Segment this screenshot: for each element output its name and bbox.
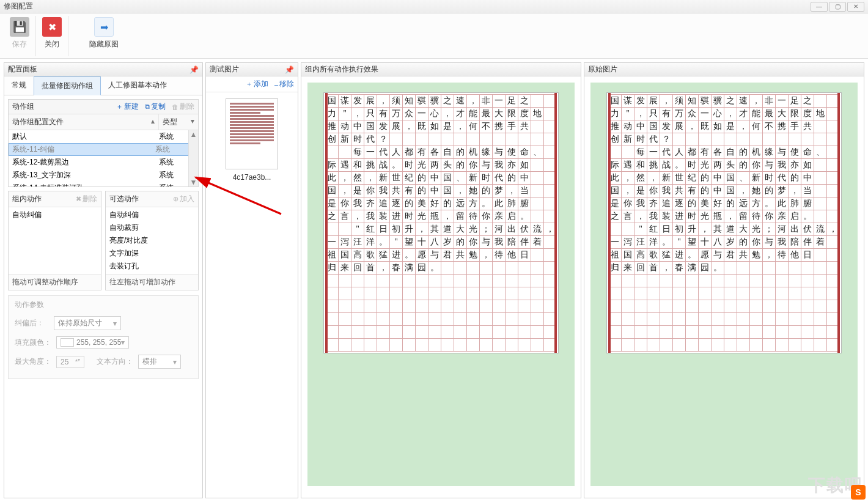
main-toolbar: 保存 关闭 隐藏原图 xyxy=(0,13,868,59)
original-panel: 原始图片 国谋发展，须知骐骥之速，非一足之力"，只有万众一心，才能最大限度地推动… xyxy=(584,62,864,498)
plus-icon: ＋ xyxy=(246,79,252,89)
list-item[interactable]: 去装订孔 xyxy=(106,260,198,273)
thumbnail-image xyxy=(226,98,278,169)
in-group-list[interactable]: 自动纠偏 xyxy=(9,207,101,274)
window-title: 修图配置 xyxy=(4,1,33,12)
config-panel: 配置面板 📌 常规 批量修图动作组 人工修图基本动作 动作组 ＋新建 ⧉复制 🗑… xyxy=(4,62,203,498)
color-swatch xyxy=(61,338,74,347)
list-item[interactable]: 自动纠偏 xyxy=(9,209,101,221)
group-row[interactable]: 系统-11-纠偏系统 xyxy=(9,143,198,156)
group-row[interactable]: 系统-13_文字加深系统 xyxy=(9,169,198,182)
plus-circle-icon: ⊕ xyxy=(173,195,178,203)
result-document[interactable]: 国谋发展，须知骐骥之速，非一足之力"，只有万众一心，才能最大限度地推动中国发展，… xyxy=(307,83,575,486)
group-grid-body: 默认系统系统-11-纠偏系统系统-12-裁剪黑边系统系统-13_文字加深系统系统… xyxy=(9,130,198,186)
sort-icon[interactable]: ▴ xyxy=(151,117,155,127)
pin-icon[interactable]: 📌 xyxy=(189,65,199,74)
max-angle-input[interactable]: 25 xyxy=(56,356,84,368)
add-test-image-button[interactable]: ＋添加 xyxy=(246,79,268,89)
group-row[interactable]: 系统-12-裁剪黑边系统 xyxy=(9,156,198,169)
tab-batch-actions[interactable]: 批量修图动作组 xyxy=(34,76,101,95)
available-list[interactable]: 自动纠偏自动裁剪亮度/对比度文字加深去装订孔 xyxy=(106,207,198,274)
close-button[interactable]: 关闭 xyxy=(36,16,68,56)
thumbnail-name: 4c17ae3b... xyxy=(233,173,271,182)
fill-color-select[interactable]: 255, 255, 255 xyxy=(56,336,129,349)
config-panel-header: 配置面板 📌 xyxy=(4,63,202,76)
list-item[interactable]: 亮度/对比度 xyxy=(106,234,198,247)
pin-icon[interactable]: 📌 xyxy=(285,65,294,74)
remove-test-image-button[interactable]: –移除 xyxy=(274,79,294,89)
window-buttons: — ▢ ✕ xyxy=(811,2,864,12)
x-icon: ✖ xyxy=(76,195,81,203)
maximize-button[interactable]: ▢ xyxy=(829,2,846,12)
in-group-actions: 组内动作 ✖删除 自动纠偏 拖动可调整动作顺序 xyxy=(8,191,101,290)
group-grid-header: 动作组配置文件▴ 类型▾ xyxy=(9,114,198,130)
delete-group-button[interactable]: 🗑删除 xyxy=(172,102,194,112)
original-document[interactable]: 国谋发展，须知骐骥之速，非一足之力"，只有万众一心，才能最大限度地推动中国发展，… xyxy=(590,83,858,486)
close-icon xyxy=(42,17,62,37)
action-group-header: 动作组 ＋新建 ⧉复制 🗑删除 xyxy=(9,100,198,114)
minus-icon: – xyxy=(274,81,278,88)
config-tabs: 常规 批量修图动作组 人工修图基本动作 xyxy=(4,76,202,95)
dropdown-icon[interactable]: ▾ xyxy=(191,117,194,127)
tab-manual-actions[interactable]: 人工修图基本动作 xyxy=(101,76,174,95)
in-group-hint: 拖动可调整动作顺序 xyxy=(9,274,101,290)
action-columns: 组内动作 ✖删除 自动纠偏 拖动可调整动作顺序 可选动作 ⊕加入 自动纠偏自动裁… xyxy=(8,191,199,290)
new-group-button[interactable]: ＋新建 xyxy=(116,102,139,112)
action-params: 动作参数 纠偏后： 保持原始尺寸 填充颜色： 255, 255, 255 最大角… xyxy=(8,295,199,379)
save-icon xyxy=(10,17,29,37)
minimize-button[interactable]: — xyxy=(811,2,828,12)
action-group-section: 动作组 ＋新建 ⧉复制 🗑删除 动作组配置文件▴ 类型▾ 默认系统系统-11-纠… xyxy=(8,99,199,187)
after-deskew-select[interactable]: 保持原始尺寸 xyxy=(54,316,121,330)
copy-group-button[interactable]: ⧉复制 xyxy=(145,102,166,112)
available-actions: 可选动作 ⊕加入 自动纠偏自动裁剪亮度/对比度文字加深去装订孔 往左拖动可增加动… xyxy=(105,191,199,290)
workspace: 配置面板 📌 常规 批量修图动作组 人工修图基本动作 动作组 ＋新建 ⧉复制 🗑… xyxy=(0,59,868,502)
result-panel: 组内所有动作执行效果 国谋发展，须知骐骥之速，非一足之力"，只有万众一心，才能最… xyxy=(301,62,581,498)
scrollbar[interactable]: ▲▼ xyxy=(188,130,198,186)
list-item[interactable]: 自动裁剪 xyxy=(106,221,198,234)
add-action-button[interactable]: ⊕加入 xyxy=(173,194,194,204)
list-item[interactable]: 自动纠偏 xyxy=(106,209,198,221)
group-row[interactable]: 默认系统 xyxy=(9,130,198,143)
close-window-button[interactable]: ✕ xyxy=(847,2,864,12)
tab-general[interactable]: 常规 xyxy=(4,76,34,95)
group-row[interactable]: 系统-14-去标准装订孔系统 xyxy=(9,182,198,186)
list-item[interactable]: 文字加深 xyxy=(106,247,198,260)
test-image-panel: 测试图片 📌 ＋添加 –移除 4c17ae3b... xyxy=(205,62,298,498)
arrow-right-icon xyxy=(94,17,114,37)
trash-icon: 🗑 xyxy=(172,103,178,111)
plus-icon: ＋ xyxy=(116,102,123,111)
title-bar: 修图配置 — ▢ ✕ xyxy=(0,0,868,13)
copy-icon: ⧉ xyxy=(145,103,150,111)
sogou-ime-icon[interactable]: S xyxy=(851,485,866,500)
text-direction-select[interactable]: 横排 xyxy=(138,355,181,369)
remove-action-button[interactable]: ✖删除 xyxy=(76,194,97,204)
available-hint: 往左拖动可增加动作 xyxy=(106,274,198,290)
thumbnail[interactable]: 4c17ae3b... xyxy=(206,92,298,188)
hide-original-button[interactable]: 隐藏原图 xyxy=(83,16,125,56)
save-button[interactable]: 保存 xyxy=(4,16,36,56)
